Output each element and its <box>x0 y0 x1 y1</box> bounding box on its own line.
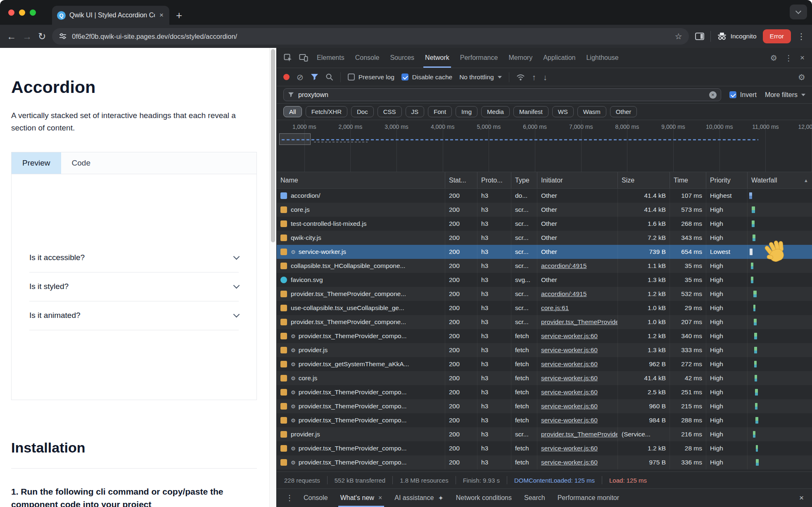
filter-chip-wasm[interactable]: Wasm <box>577 106 606 117</box>
filter-icon[interactable] <box>311 73 318 81</box>
window-menu-button[interactable] <box>790 5 807 19</box>
error-button[interactable]: Error <box>763 29 791 43</box>
disable-cache-control[interactable]: Disable cache <box>401 73 452 81</box>
page-scrollbar-thumb[interactable] <box>271 49 275 242</box>
side-panel-icon[interactable] <box>695 32 704 40</box>
tab-code[interactable]: Code <box>61 152 101 174</box>
table-row[interactable]: provider.tsx_ThemeProvider_compone...200… <box>277 315 812 329</box>
column-header-time[interactable]: Time <box>670 172 706 188</box>
export-har-icon[interactable]: ↓ <box>543 73 547 81</box>
initiator-link[interactable]: service-worker.js:60 <box>541 374 598 382</box>
inspect-element-icon[interactable] <box>280 54 296 62</box>
column-header-name[interactable]: Name <box>277 172 445 188</box>
column-header-initiator[interactable]: Initiator <box>537 172 618 188</box>
disable-cache-checkbox[interactable] <box>401 73 408 81</box>
forward-button[interactable]: → <box>22 32 32 41</box>
more-filters-dropdown[interactable]: More filters <box>765 91 805 99</box>
network-overview-timeline[interactable]: 1,000 ms2,000 ms3,000 ms4,000 ms5,000 ms… <box>277 120 812 172</box>
filter-chip-media[interactable]: Media <box>481 106 510 117</box>
clear-filter-icon[interactable]: × <box>709 91 717 99</box>
filter-chip-fetch-xhr[interactable]: Fetch/XHR <box>306 106 347 117</box>
devtools-settings-icon[interactable]: ⚙ <box>770 53 777 63</box>
devtools-tab-application[interactable]: Application <box>538 48 581 68</box>
filter-chip-other[interactable]: Other <box>610 106 637 117</box>
filter-box[interactable]: × <box>283 88 721 101</box>
devtools-tab-memory[interactable]: Memory <box>503 48 538 68</box>
devtools-close-icon[interactable]: × <box>800 53 805 62</box>
initiator-link[interactable]: service-worker.js:60 <box>541 459 598 466</box>
table-row[interactable]: use-collapsible.tsx_useCollapsible_ge...… <box>277 301 812 315</box>
new-tab-button[interactable]: + <box>176 10 182 21</box>
browser-tab[interactable]: Q Qwik UI | Styled Accordion Co × <box>52 6 169 25</box>
table-row[interactable]: ⚙provider.tsx_ThemeProvider_compo...200h… <box>277 455 812 469</box>
column-header-type[interactable]: Type <box>511 172 537 188</box>
tab-preview[interactable]: Preview <box>12 152 61 174</box>
network-settings-icon[interactable]: ⚙ <box>798 73 805 81</box>
table-row[interactable]: ⚙provider.tsx_ThemeProvider_compo...200h… <box>277 413 812 427</box>
column-header-size[interactable]: Size <box>618 172 670 188</box>
table-row[interactable]: collapsible.tsx_HCollapsible_compone...2… <box>277 259 812 273</box>
browser-menu-icon[interactable]: ⋮ <box>797 31 805 41</box>
tab-close-icon[interactable]: × <box>159 11 164 19</box>
drawer-tab-search[interactable]: Search <box>518 489 551 507</box>
filter-chip-img[interactable]: Img <box>456 106 477 117</box>
filter-chip-doc[interactable]: Doc <box>351 106 374 117</box>
devtools-tab-performance[interactable]: Performance <box>455 48 503 68</box>
reload-button[interactable]: ↻ <box>38 32 46 41</box>
close-icon[interactable]: × <box>378 494 382 502</box>
filter-chip-ws[interactable]: WS <box>552 106 574 117</box>
column-header-stat[interactable]: Stat... <box>445 172 477 188</box>
filter-chip-js[interactable]: JS <box>406 106 425 117</box>
devtools-tab-network[interactable]: Network <box>420 48 455 68</box>
url-bar[interactable]: 0f6e2f0b.qwik-ui-site.pages.dev/docs/sty… <box>52 28 689 45</box>
table-row[interactable]: ⚙provider.tsx_ThemeProvider_compo...200h… <box>277 399 812 413</box>
filter-chip-manifest[interactable]: Manifest <box>513 106 548 117</box>
accordion-item-is-it-styled[interactable]: Is it styled? <box>29 272 239 301</box>
back-button[interactable]: ← <box>7 32 16 41</box>
filter-chip-all[interactable]: All <box>283 106 302 117</box>
initiator-link[interactable]: accordion/:4915 <box>541 290 586 298</box>
page-scrollbar[interactable] <box>269 48 276 507</box>
site-info-icon[interactable] <box>59 32 67 40</box>
record-network-log-button[interactable] <box>283 74 290 80</box>
devtools-tab-console[interactable]: Console <box>350 48 385 68</box>
clear-network-log-icon[interactable]: ⊘ <box>297 73 304 81</box>
column-header-waterfall[interactable]: Waterfall▲ <box>748 172 812 188</box>
initiator-link[interactable]: provider.tsx_ThemeProvider <box>541 318 618 326</box>
drawer-tab-ai-assistance[interactable]: AI assistance✦ <box>388 489 450 507</box>
table-row[interactable]: ⚙core.js200h3fetchservice-worker.js:6041… <box>277 371 812 385</box>
bookmark-star-icon[interactable]: ☆ <box>675 31 682 41</box>
initiator-link[interactable]: service-worker.js:60 <box>541 389 598 396</box>
initiator-link[interactable]: service-worker.js:60 <box>541 346 598 354</box>
drawer-tab-console[interactable]: Console <box>297 489 334 507</box>
drawer-menu-icon[interactable]: ⋮ <box>282 493 297 502</box>
preserve-log-checkbox[interactable] <box>348 73 355 81</box>
drawer-tab-what-s-new[interactable]: What's new× <box>334 489 389 507</box>
initiator-link[interactable]: provider.tsx_ThemeProvider <box>541 431 618 438</box>
initiator-link[interactable]: service-worker.js:60 <box>541 445 598 452</box>
invert-checkbox[interactable] <box>729 91 736 98</box>
url-text[interactable]: 0f6e2f0b.qwik-ui-site.pages.dev/docs/sty… <box>72 33 670 40</box>
drawer-close-icon[interactable]: × <box>796 493 807 502</box>
network-filter-input[interactable] <box>298 91 705 99</box>
close-window-button[interactable] <box>8 9 14 16</box>
column-header-priority[interactable]: Priority <box>706 172 748 188</box>
zoom-window-button[interactable] <box>30 9 36 16</box>
table-row[interactable]: ⚙service-worker.js200h3scr...Other739 B6… <box>277 245 812 259</box>
accordion-item-is-it-accessible[interactable]: Is it accessible? <box>29 244 239 272</box>
accordion-item-is-it-animated[interactable]: Is it animated? <box>29 301 239 330</box>
network-conditions-icon[interactable] <box>516 73 525 81</box>
table-row[interactable]: core.js200h3scr...Other41.4 kB573 msHigh <box>277 203 812 217</box>
table-row[interactable]: provider.tsx_ThemeProvider_compone...200… <box>277 287 812 301</box>
filter-chip-css[interactable]: CSS <box>378 106 402 117</box>
devtools-tab-lighthouse[interactable]: Lighthouse <box>581 48 624 68</box>
throttling-select[interactable]: No throttling <box>459 73 502 81</box>
table-row[interactable]: ⚙provider.tsx_ThemeProvider_compo...200h… <box>277 385 812 399</box>
initiator-link[interactable]: core.js:61 <box>541 304 569 312</box>
drawer-tab-network-conditions[interactable]: Network conditions <box>450 489 518 507</box>
devtools-tab-sources[interactable]: Sources <box>385 48 420 68</box>
table-row[interactable]: ⚙provider.tsx_ThemeProvider_compo...200h… <box>277 329 812 343</box>
table-row[interactable]: ⚙provider.tsx_ThemeProvider_compo...200h… <box>277 441 812 455</box>
column-header-proto[interactable]: Proto... <box>477 172 511 188</box>
devtools-tab-elements[interactable]: Elements <box>311 48 350 68</box>
